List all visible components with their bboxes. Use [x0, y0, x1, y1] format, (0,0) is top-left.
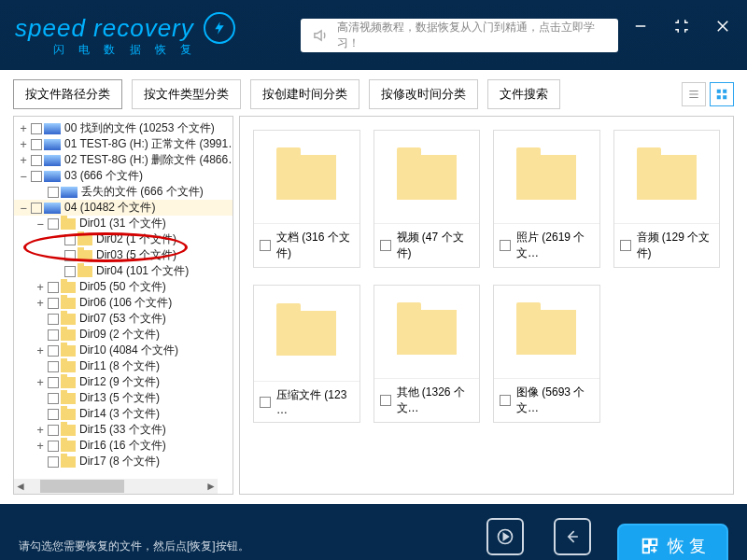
folder-card[interactable]: 文档 (316 个文件)	[253, 130, 360, 268]
expand-icon[interactable]: +	[35, 281, 46, 294]
expand-icon[interactable]: +	[18, 122, 29, 135]
tree-row[interactable]: Dir03 (5 个文件)	[14, 247, 233, 263]
tree-row[interactable]: +Dir16 (16 个文件)	[14, 438, 233, 454]
checkbox[interactable]	[260, 397, 271, 408]
tree-row[interactable]: −04 (10482 个文件)	[14, 200, 233, 216]
tab-by-mtime[interactable]: 按修改时间分类	[369, 79, 478, 109]
checkbox[interactable]	[48, 345, 59, 357]
checkbox[interactable]	[31, 155, 42, 166]
maximize-icon[interactable]	[672, 17, 691, 35]
svg-rect-5	[643, 539, 649, 545]
tree-label: Dir10 (4084 个文件)	[79, 343, 178, 358]
tree-row[interactable]: +Dir15 (33 个文件)	[14, 422, 233, 438]
recover-button[interactable]: 恢 复	[617, 524, 728, 560]
expand-icon[interactable]: +	[35, 376, 46, 389]
work-area: +00 找到的文件 (10253 个文件)+01 TEST-8G (H:) 正常…	[0, 116, 747, 504]
tree-row[interactable]: Dir17 (8 个文件)	[14, 454, 233, 469]
view-list-icon[interactable]	[682, 82, 706, 106]
folder-tree[interactable]: +00 找到的文件 (10253 个文件)+01 TEST-8G (H:) 正常…	[14, 117, 233, 494]
tree-row[interactable]: +02 TEST-8G (H:) 删除文件 (4866…	[14, 152, 233, 168]
checkbox[interactable]	[31, 139, 42, 150]
expand-icon[interactable]: +	[18, 154, 29, 167]
checkbox[interactable]	[500, 240, 511, 251]
tree-row[interactable]: Dir14 (3 个文件)	[14, 406, 233, 422]
tree-row[interactable]: −03 (666 个文件)	[14, 168, 233, 184]
tree-label: 02 TEST-8G (H:) 删除文件 (4866…	[64, 152, 233, 168]
checkbox[interactable]	[48, 456, 59, 468]
tree-label: 04 (10482 个文件)	[64, 200, 155, 216]
tree-row[interactable]: Dir04 (101 个文件)	[14, 263, 233, 279]
folder-icon	[276, 311, 336, 356]
tree-row[interactable]: +Dir12 (9 个文件)	[14, 374, 233, 390]
checkbox[interactable]	[48, 361, 59, 372]
video-tutorial-button[interactable]: 视频教程	[483, 518, 528, 561]
expand-icon[interactable]: −	[18, 202, 29, 215]
expand-icon[interactable]: +	[35, 424, 46, 437]
checkbox[interactable]	[48, 409, 59, 420]
tree-row[interactable]: Dir02 (1 个文件)	[14, 231, 233, 247]
view-grid-icon[interactable]	[710, 82, 734, 106]
expand-icon[interactable]: −	[35, 217, 46, 231]
folder-card[interactable]: 音频 (129 个文件)	[613, 130, 721, 268]
folder-card[interactable]: 图像 (5693 个文…	[493, 285, 600, 423]
tree-row[interactable]: −Dir01 (31 个文件)	[14, 216, 233, 231]
checkbox[interactable]	[500, 395, 511, 406]
checkbox[interactable]	[64, 266, 76, 277]
checkbox[interactable]	[620, 240, 631, 251]
tree-row[interactable]: Dir07 (53 个文件)	[14, 311, 233, 327]
minimize-icon[interactable]	[631, 17, 650, 35]
folder-card[interactable]: 照片 (2619 个文…	[493, 130, 600, 268]
checkbox[interactable]	[48, 393, 59, 404]
tab-search[interactable]: 文件搜索	[487, 79, 560, 109]
tree-row[interactable]: +Dir06 (106 个文件)	[14, 295, 233, 311]
folder-card[interactable]: 视频 (47 个文件)	[374, 130, 481, 268]
checkbox[interactable]	[31, 203, 42, 214]
menu-icon[interactable]	[590, 17, 609, 35]
svg-rect-3	[723, 95, 726, 99]
checkbox[interactable]	[260, 240, 271, 251]
tree-row[interactable]: +00 找到的文件 (10253 个文件)	[14, 120, 233, 136]
tab-by-path[interactable]: 按文件路径分类	[13, 79, 122, 109]
tab-by-ctime[interactable]: 按创建时间分类	[250, 79, 359, 109]
tree-row[interactable]: Dir09 (2 个文件)	[14, 327, 233, 343]
expand-icon[interactable]: −	[18, 170, 29, 183]
tree-row[interactable]: +Dir10 (4084 个文件)	[14, 343, 233, 358]
close-icon[interactable]	[713, 17, 732, 35]
checkbox[interactable]	[48, 218, 59, 230]
checkbox[interactable]	[380, 395, 391, 406]
checkbox[interactable]	[31, 123, 42, 134]
expand-icon[interactable]: +	[35, 297, 46, 310]
folder-icon	[637, 155, 697, 200]
checkbox[interactable]	[48, 314, 59, 325]
checkbox[interactable]	[48, 282, 59, 293]
expand-icon[interactable]: +	[35, 344, 46, 357]
checkbox[interactable]	[48, 298, 59, 309]
tree-h-scrollbar[interactable]: ◄►	[14, 479, 218, 494]
promo-banner[interactable]: 高清视频教程，数据恢复从入门到精通，点击立即学习！	[301, 19, 618, 52]
folder-icon	[61, 361, 76, 372]
expand-icon[interactable]: +	[35, 440, 46, 453]
folder-icon	[78, 266, 92, 277]
checkbox[interactable]	[48, 377, 59, 388]
checkbox[interactable]	[48, 441, 59, 452]
checkbox[interactable]	[48, 329, 59, 341]
promo-text: 高清视频教程，数据恢复从入门到精通，点击立即学习！	[337, 20, 607, 51]
checkbox[interactable]	[48, 425, 59, 436]
svg-rect-7	[651, 539, 656, 545]
folder-card[interactable]: 压缩文件 (123 …	[253, 285, 360, 423]
folder-card[interactable]: 其他 (1326 个文…	[374, 285, 481, 423]
checkbox[interactable]	[31, 171, 42, 182]
tree-row[interactable]: Dir13 (5 个文件)	[14, 390, 233, 406]
tree-row[interactable]: +Dir05 (50 个文件)	[14, 279, 233, 295]
tab-by-type[interactable]: 按文件类型分类	[132, 79, 241, 109]
back-button[interactable]: 上一步	[554, 518, 591, 561]
tree-row[interactable]: 丢失的文件 (666 个文件)	[14, 184, 233, 200]
tree-row[interactable]: Dir11 (8 个文件)	[14, 358, 233, 374]
checkbox[interactable]	[64, 250, 76, 261]
checkbox[interactable]	[48, 187, 59, 198]
folder-icon	[397, 155, 457, 200]
expand-icon[interactable]: +	[18, 138, 29, 151]
checkbox[interactable]	[64, 234, 76, 245]
tree-row[interactable]: +01 TEST-8G (H:) 正常文件 (3991…	[14, 136, 233, 152]
checkbox[interactable]	[380, 240, 391, 251]
